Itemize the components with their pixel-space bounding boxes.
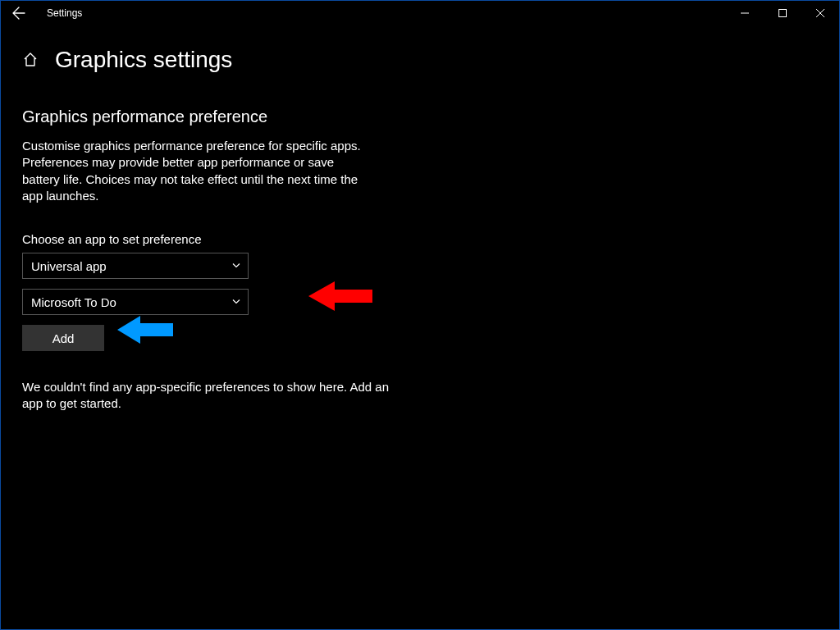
close-button[interactable]	[801, 1, 839, 25]
svg-rect-1	[779, 10, 787, 17]
app-title: Settings	[47, 7, 82, 19]
maximize-icon	[778, 9, 787, 17]
empty-state-message: We couldn't find any app-specific prefer…	[22, 379, 391, 413]
app-type-value: Universal app	[31, 259, 107, 273]
choose-app-label: Choose an app to set preference	[22, 232, 460, 246]
back-button[interactable]	[6, 1, 32, 25]
app-type-dropdown[interactable]: Universal app	[22, 253, 249, 279]
svg-marker-5	[117, 316, 173, 344]
home-icon	[22, 52, 39, 68]
section-heading: Graphics performance preference	[22, 107, 460, 126]
svg-marker-4	[308, 281, 372, 311]
page-header: Graphics settings	[1, 25, 839, 73]
section-description: Customise graphics performance preferenc…	[22, 138, 375, 204]
page-title: Graphics settings	[55, 47, 232, 73]
home-button[interactable]	[22, 52, 39, 68]
annotation-arrow-red	[308, 278, 374, 314]
content-area: Graphics performance preference Customis…	[1, 73, 460, 413]
titlebar: Settings	[1, 1, 839, 25]
chevron-down-icon	[231, 259, 241, 273]
app-select-value: Microsoft To Do	[31, 295, 116, 309]
maximize-button[interactable]	[764, 1, 801, 25]
close-icon	[816, 9, 824, 17]
window-controls	[726, 1, 839, 25]
annotation-arrow-blue	[117, 313, 175, 346]
add-button[interactable]: Add	[22, 325, 104, 351]
app-select-dropdown[interactable]: Microsoft To Do	[22, 289, 249, 315]
arrow-left-icon	[12, 7, 25, 20]
settings-window: Settings Graphics settings Graphics perf…	[0, 0, 840, 630]
minimize-icon	[741, 9, 749, 17]
minimize-button[interactable]	[726, 1, 764, 25]
chevron-down-icon	[231, 295, 241, 309]
